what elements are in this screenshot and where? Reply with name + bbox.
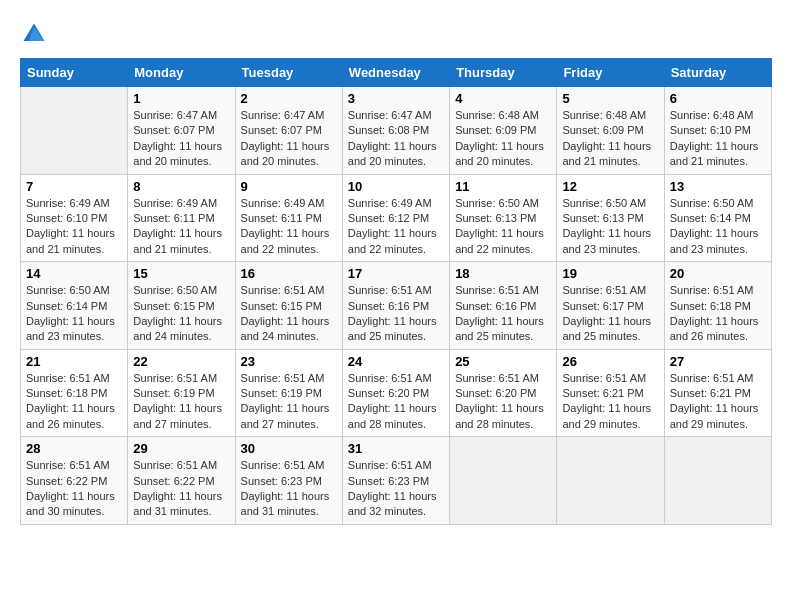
sunrise: Sunrise: 6:51 AM [133, 372, 217, 384]
sunrise: Sunrise: 6:47 AM [348, 109, 432, 121]
day-number: 8 [133, 179, 229, 194]
day-cell: 22 Sunrise: 6:51 AM Sunset: 6:19 PM Dayl… [128, 349, 235, 437]
sunset: Sunset: 6:17 PM [562, 300, 643, 312]
weekday-header-tuesday: Tuesday [235, 59, 342, 87]
sunset: Sunset: 6:23 PM [348, 475, 429, 487]
sunset: Sunset: 6:15 PM [133, 300, 214, 312]
daylight: Daylight: 11 hours and 23 minutes. [670, 227, 759, 254]
day-detail: Sunrise: 6:51 AM Sunset: 6:18 PM Dayligh… [670, 283, 766, 345]
daylight: Daylight: 11 hours and 24 minutes. [133, 315, 222, 342]
day-number: 16 [241, 266, 337, 281]
sunset: Sunset: 6:18 PM [26, 387, 107, 399]
day-detail: Sunrise: 6:50 AM Sunset: 6:15 PM Dayligh… [133, 283, 229, 345]
daylight: Daylight: 11 hours and 28 minutes. [348, 402, 437, 429]
logo [20, 20, 52, 48]
day-number: 31 [348, 441, 444, 456]
sunrise: Sunrise: 6:51 AM [241, 372, 325, 384]
daylight: Daylight: 11 hours and 28 minutes. [455, 402, 544, 429]
sunrise: Sunrise: 6:50 AM [670, 197, 754, 209]
sunrise: Sunrise: 6:51 AM [241, 459, 325, 471]
sunset: Sunset: 6:19 PM [241, 387, 322, 399]
sunset: Sunset: 6:20 PM [348, 387, 429, 399]
day-number: 12 [562, 179, 658, 194]
weekday-header-friday: Friday [557, 59, 664, 87]
daylight: Daylight: 11 hours and 23 minutes. [26, 315, 115, 342]
daylight: Daylight: 11 hours and 25 minutes. [348, 315, 437, 342]
day-detail: Sunrise: 6:47 AM Sunset: 6:07 PM Dayligh… [241, 108, 337, 170]
day-cell: 10 Sunrise: 6:49 AM Sunset: 6:12 PM Dayl… [342, 174, 449, 262]
sunrise: Sunrise: 6:51 AM [455, 284, 539, 296]
day-cell: 23 Sunrise: 6:51 AM Sunset: 6:19 PM Dayl… [235, 349, 342, 437]
day-cell: 3 Sunrise: 6:47 AM Sunset: 6:08 PM Dayli… [342, 87, 449, 175]
day-cell: 29 Sunrise: 6:51 AM Sunset: 6:22 PM Dayl… [128, 437, 235, 525]
daylight: Daylight: 11 hours and 25 minutes. [562, 315, 651, 342]
sunrise: Sunrise: 6:51 AM [348, 459, 432, 471]
day-number: 25 [455, 354, 551, 369]
logo-icon [20, 20, 48, 48]
day-cell [664, 437, 771, 525]
day-cell: 16 Sunrise: 6:51 AM Sunset: 6:15 PM Dayl… [235, 262, 342, 350]
sunrise: Sunrise: 6:51 AM [562, 372, 646, 384]
day-number: 7 [26, 179, 122, 194]
day-detail: Sunrise: 6:51 AM Sunset: 6:18 PM Dayligh… [26, 371, 122, 433]
day-number: 3 [348, 91, 444, 106]
sunset: Sunset: 6:14 PM [26, 300, 107, 312]
day-number: 20 [670, 266, 766, 281]
sunrise: Sunrise: 6:49 AM [348, 197, 432, 209]
day-cell [557, 437, 664, 525]
sunrise: Sunrise: 6:49 AM [133, 197, 217, 209]
day-detail: Sunrise: 6:51 AM Sunset: 6:16 PM Dayligh… [455, 283, 551, 345]
sunrise: Sunrise: 6:51 AM [455, 372, 539, 384]
day-detail: Sunrise: 6:50 AM Sunset: 6:14 PM Dayligh… [26, 283, 122, 345]
day-number: 17 [348, 266, 444, 281]
sunset: Sunset: 6:16 PM [455, 300, 536, 312]
daylight: Daylight: 11 hours and 23 minutes. [562, 227, 651, 254]
day-detail: Sunrise: 6:49 AM Sunset: 6:11 PM Dayligh… [241, 196, 337, 258]
sunrise: Sunrise: 6:51 AM [26, 372, 110, 384]
sunrise: Sunrise: 6:47 AM [241, 109, 325, 121]
week-row-3: 14 Sunrise: 6:50 AM Sunset: 6:14 PM Dayl… [21, 262, 772, 350]
daylight: Daylight: 11 hours and 21 minutes. [133, 227, 222, 254]
sunrise: Sunrise: 6:51 AM [26, 459, 110, 471]
day-number: 15 [133, 266, 229, 281]
day-detail: Sunrise: 6:51 AM Sunset: 6:20 PM Dayligh… [455, 371, 551, 433]
day-detail: Sunrise: 6:48 AM Sunset: 6:09 PM Dayligh… [455, 108, 551, 170]
daylight: Daylight: 11 hours and 20 minutes. [133, 140, 222, 167]
day-cell: 17 Sunrise: 6:51 AM Sunset: 6:16 PM Dayl… [342, 262, 449, 350]
day-number: 13 [670, 179, 766, 194]
day-number: 29 [133, 441, 229, 456]
daylight: Daylight: 11 hours and 24 minutes. [241, 315, 330, 342]
day-detail: Sunrise: 6:51 AM Sunset: 6:22 PM Dayligh… [133, 458, 229, 520]
sunset: Sunset: 6:09 PM [562, 124, 643, 136]
sunrise: Sunrise: 6:51 AM [241, 284, 325, 296]
sunset: Sunset: 6:22 PM [133, 475, 214, 487]
sunset: Sunset: 6:12 PM [348, 212, 429, 224]
week-row-1: 1 Sunrise: 6:47 AM Sunset: 6:07 PM Dayli… [21, 87, 772, 175]
sunset: Sunset: 6:22 PM [26, 475, 107, 487]
daylight: Daylight: 11 hours and 31 minutes. [133, 490, 222, 517]
day-number: 10 [348, 179, 444, 194]
day-cell: 27 Sunrise: 6:51 AM Sunset: 6:21 PM Dayl… [664, 349, 771, 437]
day-cell: 4 Sunrise: 6:48 AM Sunset: 6:09 PM Dayli… [450, 87, 557, 175]
day-cell: 7 Sunrise: 6:49 AM Sunset: 6:10 PM Dayli… [21, 174, 128, 262]
day-number: 14 [26, 266, 122, 281]
day-cell: 18 Sunrise: 6:51 AM Sunset: 6:16 PM Dayl… [450, 262, 557, 350]
day-detail: Sunrise: 6:50 AM Sunset: 6:13 PM Dayligh… [562, 196, 658, 258]
page-header [20, 20, 772, 48]
sunset: Sunset: 6:23 PM [241, 475, 322, 487]
daylight: Daylight: 11 hours and 20 minutes. [241, 140, 330, 167]
day-cell: 24 Sunrise: 6:51 AM Sunset: 6:20 PM Dayl… [342, 349, 449, 437]
sunrise: Sunrise: 6:51 AM [670, 284, 754, 296]
day-cell: 1 Sunrise: 6:47 AM Sunset: 6:07 PM Dayli… [128, 87, 235, 175]
calendar-header: SundayMondayTuesdayWednesdayThursdayFrid… [21, 59, 772, 87]
day-detail: Sunrise: 6:51 AM Sunset: 6:23 PM Dayligh… [241, 458, 337, 520]
day-cell: 8 Sunrise: 6:49 AM Sunset: 6:11 PM Dayli… [128, 174, 235, 262]
day-detail: Sunrise: 6:51 AM Sunset: 6:21 PM Dayligh… [670, 371, 766, 433]
sunrise: Sunrise: 6:51 AM [348, 284, 432, 296]
day-cell: 20 Sunrise: 6:51 AM Sunset: 6:18 PM Dayl… [664, 262, 771, 350]
day-number: 28 [26, 441, 122, 456]
day-detail: Sunrise: 6:47 AM Sunset: 6:07 PM Dayligh… [133, 108, 229, 170]
daylight: Daylight: 11 hours and 21 minutes. [670, 140, 759, 167]
day-cell: 15 Sunrise: 6:50 AM Sunset: 6:15 PM Dayl… [128, 262, 235, 350]
day-number: 2 [241, 91, 337, 106]
